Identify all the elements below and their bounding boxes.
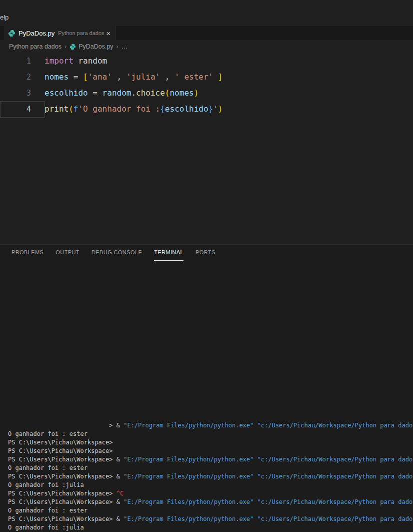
title-bar: elp [0,0,413,26]
close-icon[interactable]: × [105,29,112,38]
terminal-line: PS C:\Users\Pichau\Workspace> [8,447,413,455]
breadcrumb-folder[interactable]: Python para dados [9,43,62,50]
vscode-window: elp PyDaDos.py Python para dados × Pytho… [0,0,413,532]
terminal-line: PS C:\Users\Pichau\Workspace> ^C [8,489,413,498]
terminal-line: O ganhador foi : ester [8,464,413,472]
panel-tab-terminal[interactable]: TERMINAL [154,245,184,261]
code-text: nomes = ['ana' , 'julia' , ' ester' ] [31,69,222,85]
terminal-line: O ganhador foi : ester [8,430,413,438]
menu-item-help[interactable]: elp [0,14,8,21]
chevron-right-icon: › [64,43,66,50]
code-line[interactable]: 3escolhido = random.choice(nomes) [0,85,413,101]
terminal-line: O ganhador foi : ester [8,506,413,515]
python-file-icon [8,30,16,37]
code-line[interactable]: 2nomes = ['ana' , 'julia' , ' ester' ] [0,69,413,85]
terminal-line: O ganhador foi :julia [8,481,413,489]
chevron-right-icon: › [116,43,118,50]
breadcrumb: Python para dados › PyDaDos.py › … [0,40,413,53]
line-number: 1 [0,53,31,69]
editor-lines: 1import random2nomes = ['ana' , 'julia' … [0,53,413,117]
editor-tab-bar: PyDaDos.py Python para dados × [0,26,413,40]
tab-pydados[interactable]: PyDaDos.py Python para dados × [4,26,116,40]
panel-tab-ports[interactable]: PORTS [196,245,216,261]
terminal-line: PS C:\Users\Pichau\Workspace> & "E:/Prog… [8,515,413,523]
terminal-line: > & "E:/Program Files/python/python.exe"… [8,421,413,430]
panel-tab-problems[interactable]: PROBLEMS [12,245,44,261]
panel-tab-debug-console[interactable]: DEBUG CONSOLE [92,245,142,261]
terminal-line: PS C:\Users\Pichau\Workspace> [8,438,413,447]
code-line[interactable]: 1import random [0,53,413,69]
code-text: print(f'O ganhador foi :{escolhido}') [31,101,222,117]
python-file-icon [70,44,76,50]
bottom-panel: PROBLEMSOUTPUTDEBUG CONSOLETERMINALPORTS… [0,244,413,532]
terminal-line: PS C:\Users\Pichau\Workspace> & "E:/Prog… [8,498,413,506]
code-editor[interactable]: 1import random2nomes = ['ana' , 'julia' … [0,53,413,244]
line-number: 2 [0,69,31,85]
code-line[interactable]: 4print(f'O ganhador foi :{escolhido}') [0,101,413,117]
terminal-line: O ganhador foi :julia [8,523,413,532]
panel-tab-bar: PROBLEMSOUTPUTDEBUG CONSOLETERMINALPORTS [0,245,413,261]
code-text: escolhido = random.choice(nomes) [31,85,198,101]
line-number: 3 [0,85,31,101]
code-text: import random [31,53,107,69]
tab-description: Python para dados [58,30,104,36]
panel-tab-output[interactable]: OUTPUT [56,245,80,261]
terminal-output[interactable]: > & "E:/Program Files/python/python.exe"… [8,421,413,532]
breadcrumb-file[interactable]: PyDaDos.py [78,43,113,50]
tab-filename: PyDaDos.py [18,30,54,37]
terminal-line: PS C:\Users\Pichau\Workspace> & "E:/Prog… [8,472,413,481]
terminal-line: PS C:\Users\Pichau\Workspace> & "E:/Prog… [8,455,413,464]
breadcrumb-more[interactable]: … [122,43,128,50]
line-number: 4 [0,101,31,117]
